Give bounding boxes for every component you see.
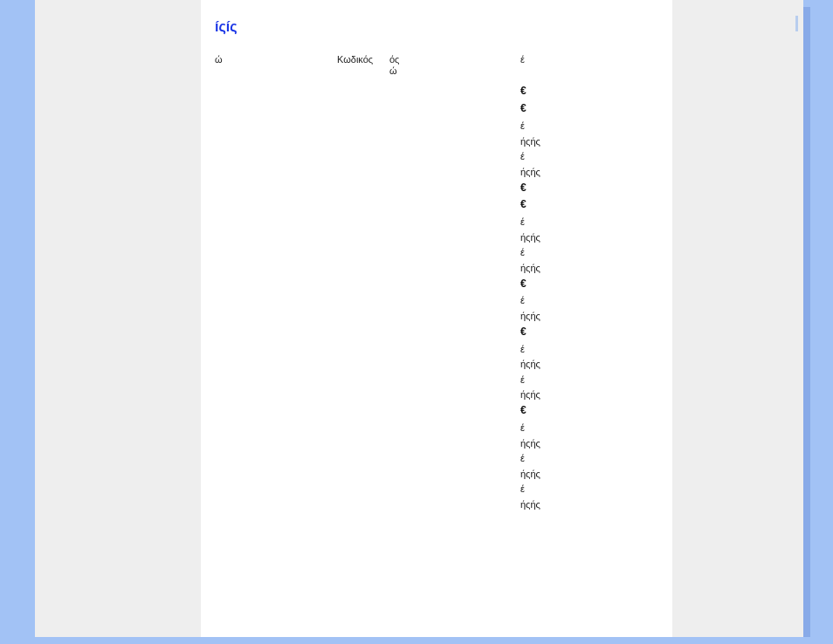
entry-line: € [520,405,658,417]
left-margin [35,0,201,637]
entry-line: έ [520,483,658,495]
header-col-3-line-2: ώ [389,65,520,77]
entry-line: έ [520,247,658,258]
header-col-3-line-1: ός [389,54,520,65]
entry-line: € [520,182,658,195]
entry-line: ήςής [520,469,658,480]
entry-line: έ [520,295,658,306]
section-heading: íςíς [215,19,658,35]
header-col-4: έ [520,54,658,77]
entry-line: € [520,199,658,211]
table-header-row: ώ Κωδικός ός ώ έ [215,54,658,77]
header-col-1: ώ [215,54,337,77]
entry-line: ήςής [520,311,658,322]
entry-line: ήςής [520,136,658,147]
entry-line: έ [520,374,658,386]
header-col-2: Κωδικός [337,54,389,77]
entry-line: ήςής [520,167,658,178]
entry-line: € [520,86,658,98]
header-col-3: ός ώ [389,54,520,77]
entry-line: ήςής [520,389,658,401]
entry-line: έ [520,453,658,464]
entry-line: ήςής [520,263,658,274]
document-body: íςíς ώ Κωδικός ός ώ έ €€έήςήςέήςής€€έήςή… [201,0,672,637]
page-container: íςíς ώ Κωδικός ός ώ έ €€έήςήςέήςής€€έήςή… [35,0,803,637]
entry-line: ήςής [520,359,658,370]
entry-line: ήςής [520,499,658,510]
entry-line: € [520,103,658,115]
entry-line: έ [520,120,658,132]
entry-line: € [520,278,658,291]
entry-line: έ [520,344,658,355]
entries-list: €€έήςήςέήςής€€έήςήςέήςής€έήςής€έήςήςέήςή… [520,86,658,510]
entry-line: ήςής [520,232,658,243]
entry-line: έ [520,422,658,434]
entry-line: € [520,326,658,339]
entry-line: έ [520,151,658,162]
right-margin [672,0,803,637]
entry-line: έ [520,216,658,228]
entry-line: ήςής [520,438,658,449]
